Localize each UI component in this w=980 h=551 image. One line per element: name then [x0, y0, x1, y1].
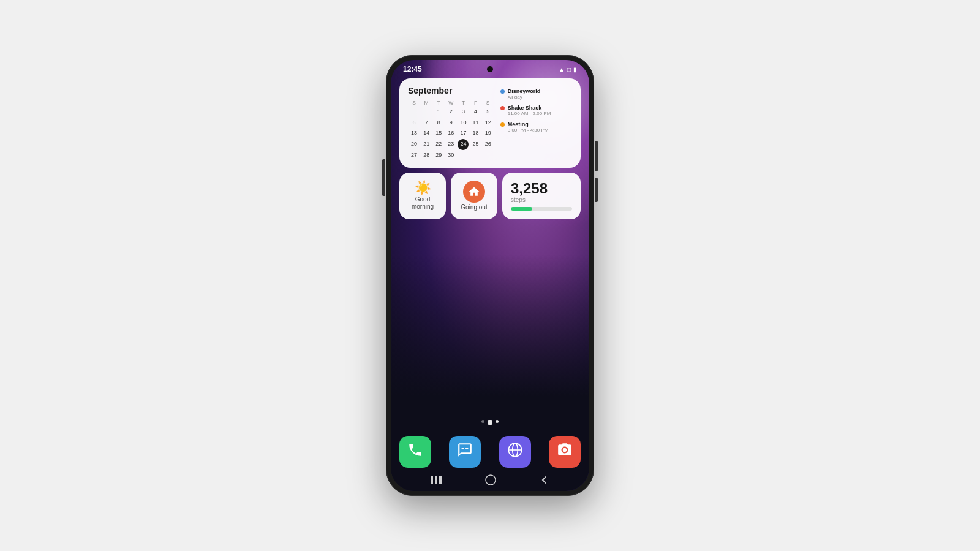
cal-week-4: 20 21 22 23 24 25 26: [408, 139, 494, 150]
widgets-row: ☀️ Goodmorning Going out 3,258 steps: [399, 173, 581, 219]
steps-widget[interactable]: 3,258 steps: [502, 173, 581, 219]
page-dot-2: [496, 420, 499, 423]
event-disneyworld: Disneyworld All day: [500, 88, 572, 100]
wifi-icon: □: [567, 66, 571, 73]
cal-header-row: S M T W T F S: [408, 99, 494, 107]
home-icon: [463, 181, 485, 203]
cal-week-3: 13 14 15 16 17 18 19: [408, 128, 494, 139]
svg-rect-7: [439, 476, 442, 484]
calendar-widget[interactable]: September S M T W T F S: [399, 78, 581, 168]
cal-week-1: 1 2 3 4 5: [408, 107, 494, 118]
event-time-disneyworld: All day: [508, 94, 541, 100]
calendar-left: September S M T W T F S: [408, 86, 494, 160]
event-name-shake-shack: Shake Shack: [508, 105, 551, 111]
home-mode-label: Going out: [461, 204, 487, 211]
weather-label: Goodmorning: [412, 196, 434, 211]
event-meeting: Meeting 3:00 PM - 4:30 PM: [500, 121, 572, 133]
screen-content: September S M T W T F S: [391, 76, 589, 219]
cal-week-2: 6 7 8 9 10 11 12: [408, 118, 494, 129]
steps-count: 3,258: [511, 181, 572, 196]
phone-app-icon: [407, 442, 423, 462]
nav-home-button[interactable]: [485, 474, 496, 485]
calendar-events: Disneyworld All day Shake Shack 11:00 AM…: [500, 86, 572, 160]
dock: [399, 436, 581, 468]
status-bar: 12:45 ▲ □ ▮: [391, 60, 589, 76]
status-icons: ▲ □ ▮: [559, 66, 577, 73]
event-dot-disneyworld: [500, 89, 505, 94]
svg-rect-1: [466, 448, 468, 449]
power-button[interactable]: [595, 141, 598, 171]
steps-progress-bar: [511, 207, 572, 211]
calendar-month: September: [408, 86, 494, 96]
battery-icon: ▮: [573, 66, 577, 73]
page-dot-home: [488, 420, 492, 425]
event-dot-meeting: [500, 122, 505, 127]
camera-notch: [487, 66, 493, 72]
camera-app-icon: [557, 442, 573, 462]
bixby-button[interactable]: [595, 178, 598, 202]
dock-camera-app[interactable]: [549, 436, 581, 468]
dock-messages-app[interactable]: [449, 436, 481, 468]
home-mode-widget[interactable]: Going out: [451, 173, 497, 219]
nav-bar: [391, 469, 589, 491]
nav-back-button[interactable]: [540, 475, 549, 485]
status-time: 12:45: [403, 65, 422, 73]
calendar-grid: S M T W T F S 1 2: [408, 99, 494, 160]
svg-rect-5: [431, 476, 433, 484]
today-marker: 24: [458, 139, 469, 150]
cal-week-5: 27 28 29 30: [408, 150, 494, 161]
dock-browser-app[interactable]: [499, 436, 531, 468]
event-time-meeting: 3:00 PM - 4:30 PM: [508, 127, 549, 133]
signal-icon: ▲: [559, 66, 565, 73]
steps-label: steps: [511, 197, 572, 203]
event-name-disneyworld: Disneyworld: [508, 88, 541, 94]
volume-button[interactable]: [382, 159, 385, 196]
steps-bar-fill: [511, 207, 532, 211]
page-dot-1: [481, 420, 484, 423]
event-time-shake-shack: 11:00 AM - 2:00 PM: [508, 111, 551, 116]
svg-rect-6: [435, 476, 437, 484]
dock-phone-app[interactable]: [399, 436, 431, 468]
phone-device: 12:45 ▲ □ ▮ September S M T: [386, 55, 594, 496]
nav-recents-button[interactable]: [431, 476, 442, 484]
svg-rect-0: [462, 448, 464, 449]
phone-screen: 12:45 ▲ □ ▮ September S M T: [391, 60, 589, 491]
svg-point-8: [486, 475, 496, 485]
event-shake-shack: Shake Shack 11:00 AM - 2:00 PM: [500, 105, 572, 116]
event-dot-shake-shack: [500, 106, 505, 110]
event-name-meeting: Meeting: [508, 121, 549, 127]
weather-widget[interactable]: ☀️ Goodmorning: [399, 173, 446, 219]
messages-app-icon: [457, 442, 473, 462]
page-indicators: [391, 420, 589, 425]
browser-app-icon: [507, 442, 523, 462]
sun-icon: ☀️: [415, 181, 431, 195]
